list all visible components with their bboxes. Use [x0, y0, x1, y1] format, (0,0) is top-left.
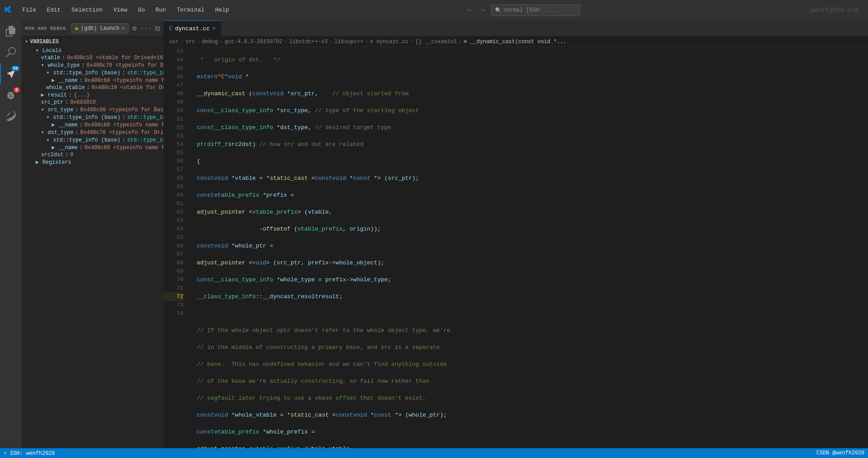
- var-dst-type-base[interactable]: ▾ std::type_info (base) : std::type_info: [21, 136, 163, 144]
- line-numbers: 43 44 45 46 47 48 49 50 51 52 53 54 55 5…: [164, 47, 187, 448]
- code-line-47: const __class_type_info *dst_type, // de…: [191, 123, 868, 132]
- tab-filename: dyncast.cc: [175, 25, 210, 32]
- var-dst-type-base-value: std::type_info: [127, 137, 163, 143]
- breadcrumb-debug[interactable]: debug: [202, 39, 218, 45]
- src-type-base-chevron: ▾: [46, 114, 49, 121]
- code-line-46: const __class_type_info *src_type, // ty…: [191, 106, 868, 115]
- vscode-icon: [4, 5, 12, 16]
- code-line-61: // base. This has undefined behavior and…: [191, 360, 868, 369]
- code-line-57: __class_type_info::__dyncast_result resu…: [191, 292, 868, 301]
- code-line-45: __dynamic_cast (const void *src_ptr, // …: [191, 89, 868, 98]
- menu-file[interactable]: File: [17, 0, 41, 20]
- var-result-value: {...}: [74, 92, 90, 98]
- code-line-49: {: [191, 157, 868, 166]
- breadcrumb-src[interactable]: src: [186, 39, 195, 45]
- var-whole-type[interactable]: ▾ whole_type : 0x400c70 <typeinfo for Dr…: [21, 61, 163, 69]
- dst-name-chevron: ▶: [52, 144, 55, 151]
- var-dst-name-field[interactable]: ▶ __name : 0x400c60 <typeinfo name for D…: [21, 144, 163, 151]
- var-src-type-base-value: std::type_info: [127, 114, 163, 121]
- var-src-ptr[interactable]: src_ptr : 0x603010: [21, 99, 163, 106]
- var-dst-type[interactable]: ▾ dst_type : 0x400c70 <typeinfo for Driv…: [21, 129, 163, 136]
- debug-play-icon: ▶: [75, 24, 79, 32]
- code-editor[interactable]: 43 44 45 46 47 48 49 50 51 52 53 54 55 5…: [164, 47, 868, 448]
- menu-go[interactable]: Go: [133, 0, 150, 20]
- locals-chevron-icon: ▾: [36, 47, 39, 54]
- debug-launch-label: (gdb) Launch: [81, 25, 119, 32]
- sidebar-collapse-icon[interactable]: ⊟: [155, 24, 160, 33]
- breadcrumb-ns[interactable]: {} __cxxabiv1: [415, 39, 457, 45]
- sidebar: RUN AND DEBUG ▶ (gdb) Launch ▾ ⚙ ··· ⊟ ▾…: [21, 20, 164, 448]
- breadcrumb-fn[interactable]: ⊙ __dynamic_cast(const void *...: [464, 38, 566, 45]
- var-whole-type-base-name: std::type_info (base): [53, 70, 120, 76]
- code-line-64: const void *whole_vtable = *static_cast …: [191, 411, 868, 419]
- debug-settings-icon[interactable]: ⚙: [130, 23, 138, 34]
- nav-buttons: ← → 🔍 normal [SSH: ...: [465, 4, 580, 16]
- debug-launch-selector[interactable]: ▶ (gdb) Launch ▾: [71, 23, 129, 33]
- breadcrumb-usr[interactable]: usr: [169, 39, 179, 45]
- activity-extensions[interactable]: [0, 106, 21, 127]
- debug-more-icon[interactable]: ···: [140, 25, 151, 32]
- menu-view[interactable]: View: [108, 0, 133, 20]
- var-src-name-name: __name: [58, 122, 77, 128]
- var-dst-name-name: __name: [58, 145, 77, 151]
- code-line-65: const vtable_prefix *whole_prefix =: [191, 428, 868, 436]
- code-line-66: adjust_pointer <vtable_prefix> (whole_vt…: [191, 445, 868, 448]
- status-right: CSDN @wenfh2020: [816, 450, 864, 456]
- activity-debug[interactable]: 1: [0, 85, 21, 106]
- var-whole-type-name-field[interactable]: ▶ __name : 0x400c60 <typeinfo name for D…: [21, 77, 163, 84]
- var-result-name: result: [48, 92, 67, 98]
- var-src2dst[interactable]: src2dst : 0: [21, 151, 163, 158]
- registers-header[interactable]: ▶ Registers: [21, 158, 163, 166]
- var-vtable[interactable]: vtable : 0x400c10 <vtable for Drived+16>: [21, 54, 163, 61]
- code-line-48: ptrdiff_t src2dst) // how src and dst ar…: [191, 140, 868, 149]
- variables-chevron-icon: ▾: [25, 38, 28, 45]
- var-whole-vtable-name: whole_vtable: [46, 85, 85, 91]
- code-line-56: const __class_type_info *whole_type = pr…: [191, 276, 868, 284]
- var-src-type-base[interactable]: ▾ std::type_info (base) : std::type_info: [21, 113, 163, 121]
- code-line-53: -offsetof (vtable_prefix, origin));: [191, 225, 868, 233]
- back-button[interactable]: ←: [465, 4, 475, 16]
- tab-dyncast[interactable]: C dyncast.cc ×: [164, 20, 221, 36]
- menu-selection[interactable]: Selection: [66, 0, 108, 20]
- activity-bar: 58 1: [0, 20, 21, 448]
- var-src-name-field[interactable]: ▶ __name : 0x400c88 <typeinfo name for B…: [21, 121, 163, 129]
- code-line-50: const void *vtable = *static_cast <const…: [191, 174, 868, 182]
- breadcrumb-libstdc[interactable]: libstdc++-v3: [289, 39, 328, 45]
- tab-close-button[interactable]: ×: [212, 26, 215, 32]
- var-src-type[interactable]: ▾ src_type : 0x400c90 <typeinfo for Base…: [21, 106, 163, 113]
- locals-label: Locals: [42, 48, 61, 54]
- activity-scm[interactable]: 58: [0, 63, 21, 85]
- variables-label: VARIABLES: [30, 39, 59, 45]
- src-name-chevron: ▶: [52, 122, 55, 128]
- variables-section: ▾ VARIABLES ▾ Locals vtable : 0x400c10 <…: [21, 36, 163, 448]
- search-placeholder: normal [SSH: ...: [503, 7, 555, 13]
- var-src2dst-name: src2dst: [41, 152, 63, 158]
- var-whole-type-base[interactable]: ▾ std::type_info (base) : std::type_info: [21, 69, 163, 77]
- variables-section-header[interactable]: ▾ VARIABLES: [21, 36, 163, 47]
- var-vtable-name: vtable: [41, 55, 60, 61]
- debug-launch-arrow-icon: ▾: [121, 25, 125, 32]
- var-result[interactable]: ▶ result : {...}: [21, 91, 163, 99]
- var-whole-vtable[interactable]: whole_vtable : 0x400c10 <vtable for Driv…: [21, 84, 163, 91]
- activity-explorer[interactable]: [0, 20, 21, 42]
- var-whole-type-base-value: std::type_info: [127, 70, 163, 76]
- scm-badge: 58: [11, 66, 20, 71]
- menu-help[interactable]: Help: [210, 0, 234, 20]
- breadcrumb-file[interactable]: ⊙ dyncast.cc: [370, 38, 408, 45]
- whole-type-chevron: ▾: [41, 62, 44, 69]
- menu-terminal[interactable]: Terminal: [171, 0, 210, 20]
- activity-search[interactable]: [0, 42, 21, 63]
- breadcrumb-libsupc[interactable]: libsupc++: [334, 39, 363, 45]
- menu-run[interactable]: Run: [150, 0, 171, 20]
- var-src-type-base-name: std::type_info (base): [53, 114, 120, 121]
- forward-button[interactable]: →: [478, 4, 488, 16]
- var-whole-type-name-value: 0x400c60 <typeinfo name for Drived> "6Dr…: [85, 77, 163, 84]
- menu-edit[interactable]: Edit: [41, 0, 66, 20]
- search-box[interactable]: 🔍 normal [SSH: ...: [491, 4, 580, 16]
- code-line-52: adjust_pointer <vtable_prefix> (vtable,: [191, 208, 868, 216]
- code-line-51: const vtable_prefix *prefix =: [191, 191, 868, 199]
- var-dst-name-value: 0x400c60 <typeinfo name for Drived> "6Dr…: [85, 145, 163, 151]
- var-whole-type-value: 0x400c70 <typeinfo for Drived>: [86, 62, 163, 69]
- locals-header[interactable]: ▾ Locals: [21, 47, 163, 54]
- breadcrumb-gcc[interactable]: gcc-4.8.5-20150702: [225, 39, 283, 45]
